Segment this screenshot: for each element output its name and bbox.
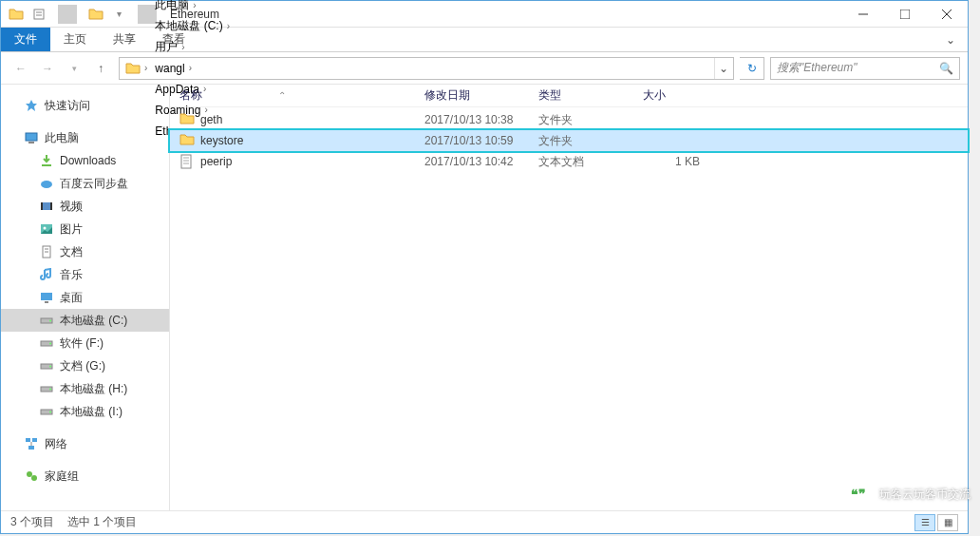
view-details-button[interactable]: ☰ — [914, 514, 935, 531]
expand-ribbon-icon[interactable]: ⌄ — [933, 28, 968, 51]
qat-dropdown-icon[interactable]: ▾ — [109, 5, 128, 24]
svg-point-25 — [49, 343, 51, 345]
sidebar-item[interactable]: 本地磁盘 (H:) — [1, 377, 169, 400]
svg-marker-7 — [26, 100, 37, 111]
sidebar-item[interactable]: 视频 — [1, 195, 169, 218]
svg-point-31 — [49, 412, 51, 413]
sidebar-item[interactable]: 本地磁盘 (I:) — [1, 400, 169, 423]
sidebar-item[interactable]: 百度云同步盘 — [1, 172, 169, 195]
sidebar-network[interactable]: 网络 — [1, 432, 169, 455]
nav-pane: 快速访问 此电脑 Downloads百度云同步盘视频图片文档音乐桌面本地磁盘 (… — [1, 85, 170, 510]
svg-rect-21 — [45, 301, 48, 303]
address-dropdown-icon[interactable]: ⌄ — [714, 58, 731, 79]
cloud-icon — [39, 176, 54, 191]
sidebar-item-label: 本地磁盘 (H:) — [60, 381, 127, 397]
sidebar-item-label: 视频 — [60, 199, 83, 215]
video-icon — [39, 199, 54, 214]
sidebar-item-label: Downloads — [60, 154, 116, 167]
file-size: 1 KB — [643, 155, 719, 168]
sidebar-item[interactable]: 文档 — [1, 240, 169, 263]
breadcrumb-item[interactable]: 此电脑› — [151, 0, 234, 16]
sidebar-item-label: 文档 — [60, 244, 83, 260]
sidebar-item[interactable]: 本地磁盘 (C:) — [1, 309, 169, 332]
status-bar: 3 个项目 选中 1 个项目 ☰ ▦ — [1, 510, 968, 533]
breadcrumb-item[interactable]: 本地磁盘 (C:)› — [151, 16, 234, 37]
history-dropdown-icon[interactable]: ▾ — [62, 56, 86, 81]
svg-rect-14 — [50, 202, 52, 210]
picture-icon — [39, 221, 54, 237]
svg-rect-13 — [41, 202, 43, 210]
tab-share[interactable]: 共享 — [100, 28, 149, 51]
search-icon[interactable]: 🔍 — [939, 62, 953, 75]
pc-icon — [24, 130, 39, 145]
svg-rect-33 — [32, 438, 37, 442]
svg-rect-32 — [26, 438, 30, 442]
file-row[interactable]: geth2017/10/13 10:38文件夹 — [170, 109, 968, 130]
txt-icon — [179, 154, 195, 169]
sidebar-item[interactable]: Downloads — [1, 149, 169, 172]
address-bar[interactable]: › 此电脑›本地磁盘 (C:)›用户›wangl›AppData›Roaming… — [119, 57, 734, 80]
refresh-button[interactable]: ↻ — [740, 57, 764, 80]
drive-icon — [39, 313, 54, 328]
maximize-button[interactable] — [884, 1, 926, 28]
svg-point-23 — [49, 320, 51, 322]
tab-home[interactable]: 主页 — [50, 28, 100, 51]
homegroup-icon — [24, 469, 39, 484]
breadcrumb-item[interactable]: wangl› — [151, 58, 234, 79]
file-type: 文本文档 — [538, 154, 643, 170]
column-headers: 名称⌃ 修改日期 类型 大小 — [170, 85, 968, 107]
sidebar-item-label: 本地磁盘 (I:) — [60, 404, 122, 420]
file-type: 文件夹 — [538, 133, 643, 149]
svg-rect-8 — [26, 133, 37, 141]
svg-rect-4 — [900, 10, 910, 19]
download-icon — [39, 153, 54, 168]
col-header-date[interactable]: 修改日期 — [424, 87, 538, 104]
up-button[interactable]: ↑ — [88, 56, 113, 81]
svg-rect-0 — [34, 10, 44, 19]
ribbon-tabs: 文件 主页 共享 查看 ⌄ — [1, 28, 968, 52]
sidebar-quick-access[interactable]: 快速访问 — [1, 94, 169, 117]
folder-icon — [86, 5, 105, 24]
back-button[interactable]: ← — [9, 56, 33, 81]
wechat-icon: ❝❞ — [845, 483, 872, 506]
sidebar-item[interactable]: 图片 — [1, 218, 169, 240]
props-icon[interactable] — [29, 5, 48, 24]
close-button[interactable] — [926, 1, 968, 28]
file-rows: geth2017/10/13 10:38文件夹keystore2017/10/1… — [170, 107, 968, 510]
sidebar-item-label: 音乐 — [60, 267, 83, 283]
search-placeholder: 搜索"Ethereum" — [777, 60, 858, 76]
svg-rect-20 — [41, 293, 52, 300]
sidebar-item[interactable]: 音乐 — [1, 263, 169, 286]
col-header-size[interactable]: 大小 — [643, 87, 719, 104]
svg-point-36 — [27, 471, 32, 477]
file-row[interactable]: keystore2017/10/13 10:59文件夹 — [170, 130, 968, 151]
forward-button[interactable]: → — [35, 56, 60, 81]
search-input[interactable]: 搜索"Ethereum" 🔍 — [770, 57, 960, 80]
view-icons-button[interactable]: ▦ — [937, 514, 958, 531]
file-name: geth — [200, 113, 222, 126]
file-date: 2017/10/13 10:42 — [424, 155, 538, 168]
desktop-icon — [39, 290, 54, 305]
svg-point-29 — [49, 389, 51, 391]
sidebar-item[interactable]: 软件 (F:) — [1, 332, 169, 354]
svg-rect-38 — [181, 155, 191, 168]
breadcrumb-item[interactable]: 用户› — [151, 37, 234, 58]
sidebar-item[interactable]: 文档 (G:) — [1, 354, 169, 377]
file-date: 2017/10/13 10:38 — [424, 113, 538, 126]
tab-file[interactable]: 文件 — [1, 28, 50, 51]
minimize-button[interactable] — [842, 1, 884, 28]
col-header-type[interactable]: 类型 — [538, 87, 643, 104]
titlebar: ▾ Ethereum — [1, 1, 968, 28]
quick-access-toolbar: ▾ — [7, 5, 162, 24]
doc-icon — [39, 244, 54, 259]
sidebar-homegroup[interactable]: 家庭组 — [1, 465, 169, 488]
sidebar-item[interactable]: 桌面 — [1, 286, 169, 309]
sidebar-item-label: 图片 — [60, 221, 83, 238]
file-name: keystore — [200, 134, 243, 147]
sidebar-this-pc[interactable]: 此电脑 — [1, 126, 169, 149]
file-row[interactable]: peerip2017/10/13 10:42文本文档1 KB — [170, 151, 968, 172]
col-header-name[interactable]: 名称⌃ — [179, 87, 424, 104]
status-selected-count: 选中 1 个项目 — [67, 514, 137, 530]
folder-icon[interactable]: › — [122, 58, 151, 79]
status-item-count: 3 个项目 — [10, 514, 54, 530]
